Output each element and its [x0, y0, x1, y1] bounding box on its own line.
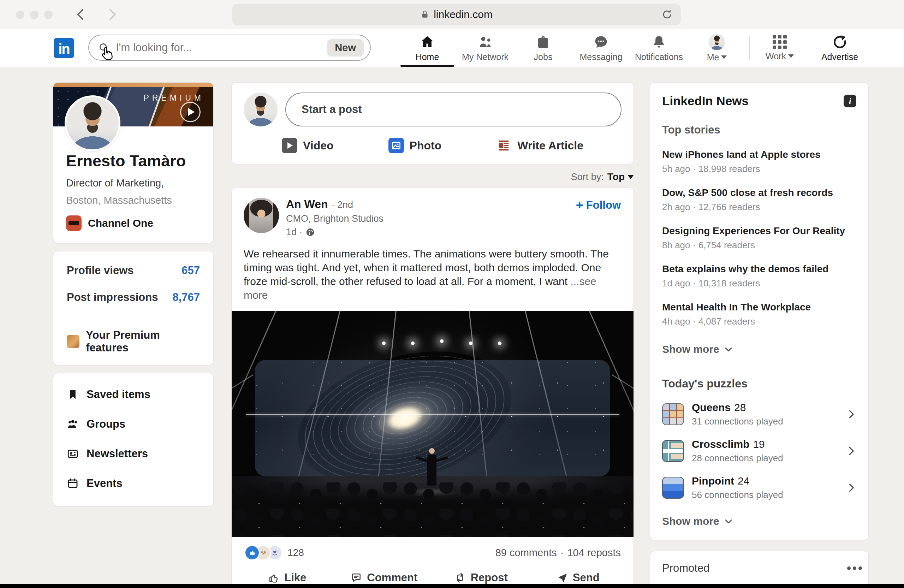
stat-row[interactable]: Post impressions 8,767 [67, 291, 200, 304]
puzzle-number: 24 [738, 475, 749, 487]
news-story-title[interactable]: Beta explains why the demos failed [662, 264, 856, 275]
sidebar-item-groups[interactable]: Groups [67, 418, 200, 430]
sidebar-item-label: Events [87, 477, 123, 490]
news-story-title[interactable]: Mental Health In The Workplace [662, 302, 856, 313]
address-bar[interactable]: linkedin.com [232, 3, 681, 25]
post-image[interactable] [232, 311, 634, 537]
profile-avatar[interactable] [65, 95, 120, 151]
send-icon [556, 572, 568, 583]
audience-silhouette [232, 482, 634, 537]
news-story-title[interactable]: New iPhones land at Apple stores [662, 149, 856, 160]
puzzle-meta: 31 connections played [692, 416, 846, 427]
video-button[interactable]: Video [282, 138, 334, 153]
linkedin-news-card: LinkedIn News i Top stories New iPhones … [650, 82, 869, 540]
nav-item-work[interactable]: Work [753, 29, 806, 67]
post-author-headline: CMO, Brighton Studios [286, 213, 384, 224]
news-story-title[interactable]: Dow, S&P 500 close at fresh records [662, 187, 856, 199]
post-author-name[interactable]: An Wen [286, 198, 328, 211]
nav-divider [749, 36, 750, 60]
puzzle-row[interactable]: Queens28 31 connections played [662, 401, 856, 427]
follow-button[interactable]: + Follow [576, 198, 621, 213]
reaction-count: 128 [288, 547, 304, 558]
sidebar-item-events[interactable]: Events [67, 477, 200, 490]
nav-item-messaging[interactable]: Messaging [572, 29, 630, 67]
profile-card[interactable]: PREMIUM Ernesto Tamàro Director of Marke… [53, 82, 213, 243]
news-story[interactable]: Mental Health In The Workplace 4h ago · … [662, 302, 856, 327]
video-label: Video [303, 139, 334, 152]
profile-location: Boston, Massachusetts [66, 194, 201, 206]
write-article-icon [496, 138, 512, 153]
profile-name[interactable]: Ernesto Tamàro [66, 152, 201, 170]
nav-item-label: Jobs [534, 52, 553, 62]
start-post-button[interactable]: Start a post [285, 93, 621, 126]
news-story[interactable]: Dow, S&P 500 close at fresh records 2h a… [662, 187, 856, 213]
puzzle-row[interactable]: Crossclimb19 28 connections played [662, 438, 856, 464]
chevron-right-icon[interactable] [846, 409, 856, 420]
stat-row[interactable]: Profile views 657 [67, 264, 200, 277]
search-box[interactable]: New [88, 35, 371, 61]
news-show-more-button[interactable]: Show more [662, 343, 856, 355]
top-stories-label: Top stories [662, 123, 856, 136]
linkedin-logo[interactable]: in [54, 38, 74, 58]
nav-item-label: Work [766, 51, 786, 62]
news-story[interactable]: Beta explains why the demos failed 1d ag… [662, 264, 856, 289]
close-window-button[interactable] [16, 11, 24, 19]
sidebar-item-saved-items[interactable]: Saved items [67, 388, 200, 401]
newsletter-icon [67, 448, 79, 460]
photo-label: Photo [409, 139, 442, 152]
mouse-cursor-pointer [100, 45, 116, 63]
chevron-down-icon[interactable] [627, 175, 634, 179]
sidebar-item-label: Groups [87, 418, 125, 430]
puzzle-row[interactable]: Pinpoint24 56 connections played [662, 475, 856, 500]
nav-item-home[interactable]: Home [398, 29, 456, 67]
social-counts[interactable]: 89 comments · 104 reposts [495, 547, 621, 559]
chevron-right-icon[interactable] [846, 446, 856, 456]
left-sidebar: PREMIUM Ernesto Tamàro Director of Marke… [53, 82, 213, 506]
news-story-title[interactable]: Designing Experiences For Our Reality [662, 225, 856, 237]
nav-item-label: Notifications [635, 52, 683, 62]
zoom-window-button[interactable] [44, 11, 53, 19]
nav-item-label: Home [416, 52, 439, 62]
reload-icon [661, 8, 673, 21]
write-article-button[interactable]: Write Article [496, 138, 583, 153]
sort-value[interactable]: Top [607, 171, 625, 183]
premium-features-link[interactable]: Your Premium features [67, 329, 200, 354]
profile-company[interactable]: Channel One [66, 215, 201, 231]
chevron-right-icon[interactable] [846, 482, 856, 493]
minimize-window-button[interactable] [30, 11, 38, 19]
news-story[interactable]: Designing Experiences For Our Reality 8h… [662, 225, 856, 251]
overflow-menu-icon[interactable] [853, 566, 856, 570]
browser-forward-button[interactable] [104, 6, 120, 23]
puzzles-show-more-button[interactable]: Show more [662, 515, 856, 527]
nav-item-notifications[interactable]: Notifications [630, 29, 688, 67]
video-icon [282, 138, 297, 153]
reload-button[interactable] [661, 8, 673, 21]
news-story[interactable]: New iPhones land at Apple stores 5h ago … [662, 149, 856, 174]
sidebar-item-label: Newsletters [87, 447, 148, 460]
info-icon[interactable]: i [844, 95, 856, 107]
sidebar-item-newsletters[interactable]: Newsletters [67, 447, 200, 460]
browser-back-button[interactable] [73, 6, 89, 23]
reaction-summary[interactable]: 128 [244, 545, 304, 560]
comment-icon [351, 572, 362, 583]
comments-count[interactable]: 89 comments [495, 547, 557, 559]
play-button-icon[interactable] [180, 102, 201, 122]
composer-avatar[interactable] [243, 93, 278, 126]
photo-button[interactable]: Photo [389, 138, 442, 153]
window-controls[interactable] [16, 11, 53, 19]
nav-item-advertise[interactable]: Advertise [806, 29, 873, 67]
lock-icon [420, 9, 429, 20]
puzzle-meta: 56 connections played [692, 490, 846, 500]
groups-icon [67, 418, 79, 430]
nav-item-my-network[interactable]: My Network [456, 29, 514, 67]
nav-item-jobs[interactable]: Jobs [514, 29, 572, 67]
puzzle-name: Crossclimb [692, 438, 749, 450]
post-author-avatar[interactable] [243, 198, 279, 233]
channel-one-logo-icon [66, 215, 82, 231]
reposts-count[interactable]: 104 reposts [567, 547, 621, 559]
search-input[interactable] [115, 41, 327, 54]
nav-item-me[interactable]: Me [688, 29, 746, 67]
messaging-icon [593, 34, 609, 50]
like-label: Like [284, 571, 306, 584]
my-network-icon [477, 34, 493, 50]
